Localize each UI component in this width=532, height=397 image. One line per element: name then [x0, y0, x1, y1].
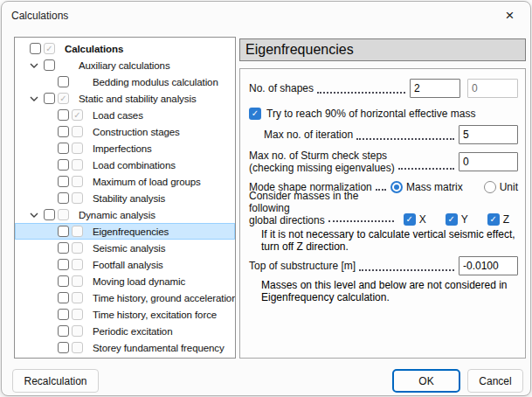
- tree-item[interactable]: Footfall analysis: [15, 256, 235, 273]
- tree-item[interactable]: Load cases: [15, 107, 235, 123]
- tree-checkbox-primary[interactable]: [58, 192, 69, 204]
- tree-checkbox-secondary[interactable]: [72, 159, 83, 171]
- try-90-checkbox[interactable]: [249, 108, 261, 120]
- tree-checkbox-secondary[interactable]: [72, 292, 83, 303]
- tree-item[interactable]: Load combinations: [15, 157, 235, 173]
- max-iteration-input[interactable]: [459, 125, 518, 144]
- tree-checkbox-primary[interactable]: [58, 292, 69, 303]
- checkbox-slot: [72, 159, 86, 171]
- chevron-down-icon[interactable]: [44, 279, 58, 284]
- tree-checkbox-primary[interactable]: [44, 209, 55, 220]
- chevron-down-icon[interactable]: [44, 196, 58, 201]
- tree-item[interactable]: Calculations: [15, 40, 235, 57]
- checkbox-slot: [58, 325, 72, 337]
- chevron-down-icon[interactable]: [44, 179, 58, 185]
- radio-mass-matrix[interactable]: [390, 181, 403, 193]
- tree-checkbox-primary[interactable]: [58, 76, 69, 87]
- tree-checkbox-primary[interactable]: [58, 309, 69, 320]
- tree-checkbox-secondary[interactable]: [72, 192, 83, 204]
- checkbox-slot: [58, 226, 72, 237]
- chevron-down-icon[interactable]: [44, 246, 58, 251]
- tree-checkbox-primary[interactable]: [58, 242, 69, 254]
- tree-checkbox-primary[interactable]: [58, 259, 69, 270]
- tree-checkbox-primary[interactable]: [58, 342, 69, 353]
- tree-checkbox-secondary[interactable]: [72, 226, 83, 237]
- tree-checkbox-secondary[interactable]: [72, 342, 83, 353]
- tree-item[interactable]: Eigenfrequencies: [15, 223, 235, 240]
- chevron-down-icon[interactable]: [44, 296, 58, 301]
- chevron-down-icon[interactable]: [30, 96, 44, 101]
- tree-item[interactable]: Imperfections: [15, 140, 235, 157]
- chevron-down-icon[interactable]: [44, 163, 58, 168]
- tree-checkbox-secondary[interactable]: [72, 126, 83, 137]
- chevron-down-icon[interactable]: [44, 229, 58, 234]
- tree-checkbox-secondary[interactable]: [72, 325, 83, 337]
- recalculation-button[interactable]: Recalculation: [12, 369, 99, 393]
- tree-checkbox-secondary[interactable]: [72, 143, 83, 154]
- chevron-down-icon[interactable]: [44, 80, 58, 85]
- chevron-down-icon[interactable]: [44, 146, 58, 151]
- tree-checkbox-primary[interactable]: [58, 159, 69, 171]
- tree-checkbox-secondary[interactable]: [72, 176, 83, 187]
- tree-checkbox-secondary[interactable]: [58, 93, 69, 104]
- direction-checkbox[interactable]: [487, 213, 500, 226]
- sturm-steps-input[interactable]: [459, 152, 518, 171]
- tree-item[interactable]: Dynamic analysis: [15, 206, 235, 223]
- close-button[interactable]: ×: [490, 3, 529, 29]
- tree-item[interactable]: Seismic analysis: [15, 240, 235, 256]
- tree-item-label: Stability analysis: [93, 193, 165, 204]
- tree-item[interactable]: Construction stages: [15, 123, 235, 140]
- cancel-button[interactable]: Cancel: [467, 369, 523, 393]
- tree-checkbox-primary[interactable]: [30, 43, 41, 54]
- no-of-shapes-input[interactable]: [410, 79, 460, 98]
- tree-checkbox-primary[interactable]: [58, 176, 69, 187]
- tree-checkbox-primary[interactable]: [58, 143, 69, 154]
- tree-item[interactable]: Storey fundamental frequency: [15, 339, 235, 356]
- chevron-down-icon[interactable]: [44, 129, 58, 135]
- tree-checkbox-secondary[interactable]: [72, 242, 83, 254]
- tree-item[interactable]: Moving load dynamic: [15, 273, 235, 289]
- title-bar[interactable]: Calculations: [2, 2, 530, 30]
- tree-item[interactable]: Bedding modulus calculation: [15, 73, 235, 90]
- tree-checkbox-secondary[interactable]: [72, 109, 83, 121]
- tree-item[interactable]: Periodic excitation: [15, 323, 235, 339]
- checkbox-slot: [72, 325, 86, 337]
- tree-checkbox-secondary[interactable]: [72, 275, 83, 287]
- tree-checkbox-primary[interactable]: [44, 93, 55, 104]
- checkbox-slot: [72, 309, 86, 320]
- calculations-tree: Calculations Auxiliary calculations: [14, 37, 236, 359]
- tree-item[interactable]: Maximum of load groups: [15, 173, 235, 190]
- tree-checkbox-primary[interactable]: [58, 226, 69, 237]
- chevron-down-icon[interactable]: [44, 262, 58, 268]
- chevron-down-icon[interactable]: [44, 329, 58, 334]
- ok-button[interactable]: OK: [392, 369, 460, 393]
- direction-checkbox-group: X: [404, 213, 426, 226]
- direction-checkbox[interactable]: [404, 213, 416, 226]
- tree-checkbox-primary[interactable]: [44, 59, 55, 71]
- radio-unit[interactable]: [484, 181, 496, 193]
- tree-checkbox-primary[interactable]: [58, 126, 69, 137]
- chevron-down-icon[interactable]: [30, 63, 44, 68]
- tree-checkbox-primary[interactable]: [58, 325, 69, 337]
- tree-checkbox-primary[interactable]: [58, 275, 69, 287]
- chevron-down-icon[interactable]: [30, 212, 44, 218]
- tree-item[interactable]: Stability analysis: [15, 190, 235, 206]
- chevron-down-icon[interactable]: [44, 113, 58, 118]
- tree-checkbox-secondary[interactable]: [44, 43, 55, 54]
- tree-checkbox-secondary[interactable]: [72, 259, 83, 270]
- top-substructure-input[interactable]: [459, 256, 518, 275]
- tree-item[interactable]: Time history, ground acceleration: [15, 289, 235, 306]
- tree-checkbox-secondary[interactable]: [72, 309, 83, 320]
- chevron-down-icon[interactable]: [44, 312, 58, 317]
- direction-label: X: [419, 213, 426, 226]
- tree-item[interactable]: Static and stability analysis: [15, 90, 235, 107]
- calculations-dialog: Calculations × Calculations: [1, 1, 531, 396]
- direction-label: Y: [461, 213, 468, 226]
- tree-checkbox-primary[interactable]: [58, 109, 69, 121]
- chevron-down-icon[interactable]: [44, 345, 58, 351]
- tree-checkbox-secondary[interactable]: [58, 209, 69, 220]
- checkbox-slot: [58, 143, 72, 154]
- direction-checkbox[interactable]: [446, 213, 458, 226]
- tree-item[interactable]: Time history, excitation force: [15, 306, 235, 323]
- tree-item[interactable]: Auxiliary calculations: [15, 57, 235, 73]
